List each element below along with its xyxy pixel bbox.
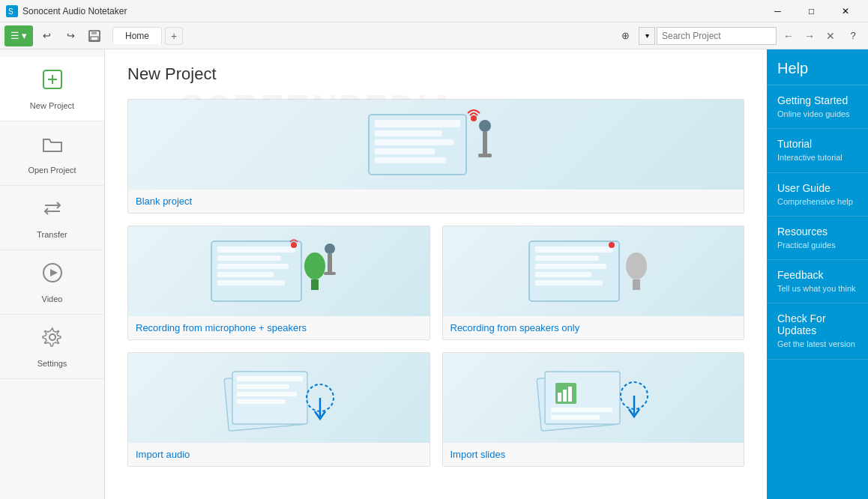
nav-back-button[interactable]: ←: [780, 27, 798, 45]
svg-rect-4: [91, 37, 98, 40]
undo-button[interactable]: ↩: [36, 25, 57, 46]
svg-rect-28: [217, 280, 285, 285]
zoom-button[interactable]: ⊕: [615, 25, 636, 46]
tab-home[interactable]: Home: [112, 27, 162, 44]
help-item-check-updates[interactable]: Check For Updates Get the latest version: [767, 303, 868, 359]
minimize-button[interactable]: ─: [761, 0, 795, 22]
mic-speakers-image: [128, 226, 430, 316]
svg-marker-11: [50, 269, 58, 276]
transfer-label: Transfer: [37, 230, 67, 239]
svg-rect-24: [217, 247, 295, 252]
import-slides-image: [443, 353, 744, 443]
open-project-label: Open Project: [28, 166, 76, 175]
user-guide-desc: Comprehensive help: [777, 196, 858, 207]
svg-rect-48: [237, 392, 297, 396]
import-audio-card[interactable]: Import audio: [127, 352, 430, 467]
search-area: ▾: [639, 27, 777, 45]
help-item-feedback[interactable]: Feedback Tell us what you think: [767, 260, 868, 303]
speakers-only-image: [443, 226, 744, 316]
feedback-desc: Tell us what you think: [777, 283, 858, 294]
help-item-tutorial[interactable]: Tutorial Interactive tutorial: [767, 129, 868, 172]
sidebar-item-new-project[interactable]: New Project: [0, 57, 104, 121]
import-slides-card[interactable]: Import slides: [442, 352, 745, 467]
svg-rect-21: [483, 132, 487, 154]
svg-rect-22: [478, 154, 492, 157]
help-item-user-guide[interactable]: User Guide Comprehensive help: [767, 173, 868, 217]
undo-icon: ↩: [43, 30, 51, 41]
tab-area: Home +: [112, 27, 612, 45]
help-icon: ?: [850, 30, 855, 41]
resources-desc: Practical guides: [777, 240, 858, 250]
help-item-resources[interactable]: Resources Practical guides: [767, 217, 868, 260]
blank-project-image: [128, 100, 744, 190]
blank-project-label: Blank project: [128, 190, 744, 213]
title-bar: S Sonocent Audio Notetaker ─ □ ✕: [0, 0, 868, 22]
svg-rect-18: [375, 157, 446, 163]
svg-rect-34: [324, 272, 336, 275]
help-button[interactable]: ?: [843, 25, 864, 46]
blank-project-card[interactable]: Blank project: [127, 99, 744, 214]
svg-rect-3: [91, 31, 97, 34]
svg-rect-49: [237, 399, 286, 404]
svg-rect-58: [551, 408, 612, 412]
search-dropdown-button[interactable]: ▾: [639, 27, 655, 45]
svg-point-19: [471, 115, 477, 121]
speakers-only-card[interactable]: Recording from speakers only: [442, 226, 745, 340]
transfer-icon: [40, 196, 64, 226]
svg-rect-56: [563, 390, 567, 402]
save-button[interactable]: [84, 25, 105, 46]
sidebar-item-transfer[interactable]: Transfer: [0, 186, 104, 250]
sidebar-item-settings[interactable]: Settings: [0, 315, 104, 379]
close-button[interactable]: ✕: [828, 0, 862, 22]
svg-point-42: [626, 252, 647, 279]
nav-close-button[interactable]: ✕: [822, 27, 840, 45]
feedback-title: Feedback: [777, 269, 858, 281]
menu-button[interactable]: ☰ ▾: [4, 25, 33, 46]
sidebar-item-video[interactable]: Video: [0, 250, 104, 315]
toolbar-right: ⊕ ▾ ← → ✕ ?: [615, 25, 864, 46]
open-project-icon: [40, 132, 64, 161]
svg-rect-59: [551, 415, 600, 420]
import-audio-label: Import audio: [128, 443, 430, 466]
svg-point-29: [291, 242, 297, 248]
search-input[interactable]: [657, 27, 777, 45]
svg-rect-15: [375, 130, 442, 136]
main-layout: New Project Open Project Transfer: [0, 49, 868, 499]
svg-rect-27: [217, 272, 274, 277]
check-updates-desc: Get the latest version: [777, 339, 858, 349]
svg-rect-47: [237, 384, 289, 389]
new-project-icon: [40, 67, 64, 97]
help-item-getting-started[interactable]: Getting Started Online video guides: [767, 85, 868, 129]
svg-point-20: [479, 120, 491, 132]
settings-label: Settings: [37, 359, 67, 368]
svg-rect-40: [535, 280, 603, 285]
add-tab-button[interactable]: +: [165, 27, 183, 45]
mic-speakers-label: Recording from microphone + speakers: [128, 316, 430, 339]
mic-speakers-card[interactable]: Recording from microphone + speakers: [127, 226, 430, 340]
svg-point-12: [49, 334, 55, 340]
settings-icon: [40, 325, 64, 354]
app-title: Sonocent Audio Notetaker: [22, 6, 127, 16]
resources-title: Resources: [777, 226, 858, 238]
help-panel: Help Getting Started Online video guides…: [767, 49, 868, 499]
svg-point-30: [304, 252, 325, 279]
page-title: New Project: [127, 64, 744, 84]
svg-rect-38: [535, 264, 606, 269]
zoom-icon: ⊕: [621, 30, 630, 41]
svg-text:S: S: [8, 7, 13, 16]
user-guide-title: User Guide: [777, 182, 858, 194]
svg-rect-16: [375, 139, 453, 145]
video-label: Video: [42, 294, 63, 303]
svg-rect-36: [535, 247, 613, 252]
maximize-button[interactable]: □: [795, 0, 828, 22]
redo-button[interactable]: ↪: [60, 25, 81, 46]
svg-rect-14: [375, 120, 460, 127]
svg-point-41: [609, 242, 615, 248]
menu-dropdown-arrow: ▾: [22, 30, 27, 41]
import-audio-image: [128, 353, 430, 443]
sidebar: New Project Open Project Transfer: [0, 49, 105, 499]
nav-forward-button[interactable]: →: [801, 27, 819, 45]
sidebar-item-open-project[interactable]: Open Project: [0, 121, 104, 186]
svg-rect-37: [535, 255, 599, 261]
app-icon: S: [6, 5, 18, 17]
